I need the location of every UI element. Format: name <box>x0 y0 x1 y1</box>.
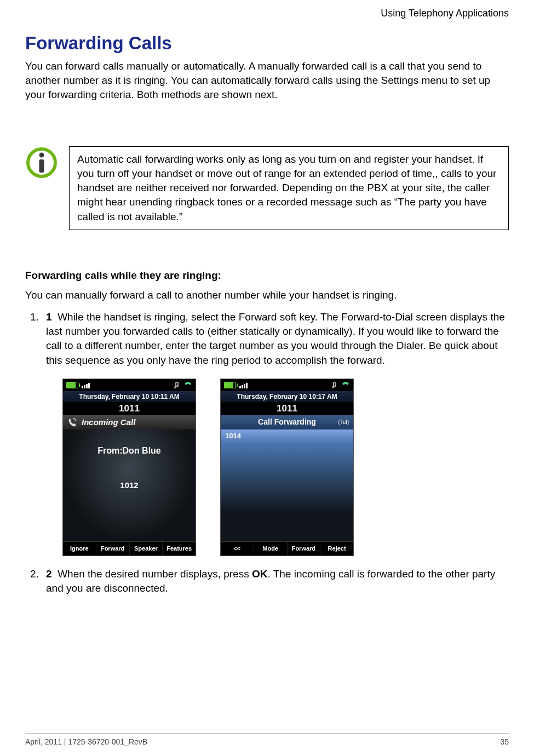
battery-icon <box>66 382 78 388</box>
softkey-forward[interactable]: Forward <box>96 542 130 555</box>
step-2-number: 2 <box>46 568 52 580</box>
note-icon <box>174 381 180 389</box>
footer-page-number: 35 <box>500 737 509 746</box>
subheading: Forwarding calls while they are ringing: <box>25 270 509 282</box>
phone2-extension: 1011 <box>221 402 353 415</box>
step-1-text: While the handset is ringing, select the… <box>46 311 505 366</box>
note-callout: Automatic call forwarding works only as … <box>25 146 509 230</box>
step-1-number: 1 <box>46 311 52 323</box>
signal-icon <box>239 382 248 388</box>
phone2-entry: 1014 <box>221 429 353 443</box>
step-2: 2 When the desired number displays, pres… <box>42 567 509 595</box>
softkey-ignore[interactable]: Ignore <box>63 542 96 555</box>
battery-icon <box>224 382 236 388</box>
intro-paragraph: You can forward calls manually or automa… <box>25 59 509 102</box>
step-2-text-b: OK <box>252 568 268 580</box>
info-icon <box>25 146 58 179</box>
sub-intro: You can manually forward a call to anoth… <box>25 288 509 302</box>
note-text: Automatic call forwarding works only as … <box>69 146 509 230</box>
handset-icon <box>183 381 192 389</box>
softkey-forward[interactable]: Forward <box>288 542 321 555</box>
screenshot-incoming-call: Thursday, February 10 10:11 AM 1011 Inco… <box>62 379 196 556</box>
phone1-call-status: Incoming Call <box>63 415 196 429</box>
softkey-features[interactable]: Features <box>163 542 196 555</box>
softkey-reject[interactable]: Reject <box>320 542 353 555</box>
softkey-back[interactable]: << <box>221 542 254 555</box>
phone1-from: From:Don Blue <box>63 445 196 457</box>
phone-ring-icon <box>67 417 77 427</box>
phone1-extension: 1011 <box>63 402 196 415</box>
svg-point-1 <box>39 152 44 157</box>
note-icon <box>331 381 338 389</box>
svg-rect-2 <box>39 159 44 173</box>
phone2-call-status: Call Forwarding (Tel) <box>221 415 353 429</box>
phone1-softkeys: Ignore Forward Speaker Features <box>63 541 196 555</box>
signal-icon <box>82 382 90 388</box>
step-2-text-a: When the desired number displays, press <box>58 568 252 580</box>
phone1-from-number: 1012 <box>63 480 196 491</box>
softkey-speaker[interactable]: Speaker <box>130 542 163 555</box>
phone2-softkeys: << Mode Forward Reject <box>221 541 353 555</box>
phone1-datebar: Thursday, February 10 10:11 AM <box>63 391 196 402</box>
handset-icon <box>341 381 350 389</box>
step-1: 1 While the handset is ringing, select t… <box>42 310 509 556</box>
softkey-mode[interactable]: Mode <box>254 542 288 555</box>
screenshot-call-forwarding: Thursday, February 10 10:17 AM 1011 Call… <box>220 379 354 556</box>
page-title: Forwarding Calls <box>25 33 509 54</box>
footer-left: April, 2011 | 1725-36720-001_RevB <box>25 737 147 746</box>
phone2-datebar: Thursday, February 10 10:17 AM <box>221 391 353 402</box>
phone2-tel-label: (Tel) <box>338 419 349 426</box>
header-section: Using Telephony Applications <box>381 8 509 19</box>
